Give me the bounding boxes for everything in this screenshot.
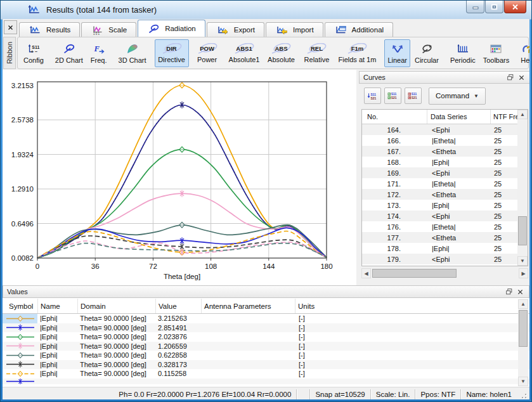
curves-table-row[interactable]: 173.|Ephi|25 (362, 200, 528, 211)
values-col-header[interactable]: Domain (77, 299, 155, 313)
radiation-pattern-chart[interactable]: 036721081441800.00820.64961.29101.93242.… (3, 70, 355, 284)
scroll-up-icon[interactable]: ▲ (518, 299, 528, 309)
x-tick-label: 36 (91, 263, 100, 270)
values-table-row[interactable]: |Ephi|Theta= 90.0000 [deg]1.206559[-] (3, 342, 529, 351)
s11s21-delete-button[interactable]: S11S21 (405, 88, 422, 104)
curves-table-row[interactable]: 178.|Ephi|25 (362, 243, 528, 254)
scroll-left-icon[interactable]: ◀ (361, 268, 371, 278)
units-cell: [-] (295, 323, 529, 333)
ribbon-button-label: Circular (415, 56, 439, 64)
ribbon-button-directive[interactable]: DIRDirective (155, 39, 189, 67)
scroll-right-icon[interactable]: ▶ (519, 268, 528, 278)
domain-cell: Theta= 90.0000 [deg] (77, 360, 155, 370)
curves-table-row[interactable]: 164.<Ephi25 (362, 124, 528, 135)
chart-additional-icon (334, 25, 347, 35)
ribbon-button-circular[interactable]: Circular (412, 39, 442, 67)
curves-table-row[interactable]: 167.<Etheta25 (362, 146, 528, 157)
values-table-row[interactable]: |Ephi|Theta= 90.0000 [deg]2.023876[-] (3, 332, 529, 342)
ribbon-button-linear[interactable]: Linear (384, 39, 410, 67)
name-cell (37, 379, 77, 384)
curves-table-row[interactable]: 169.<Ephi25 (362, 167, 528, 178)
values-table-row[interactable]: |Ephi|Theta= 90.0000 [deg]3.215263[-] (3, 314, 529, 323)
ribbon-button-absolute1[interactable]: ABS1Absolute1 (226, 39, 263, 67)
tab-label: Additional (352, 26, 384, 34)
float-panel-button[interactable] (504, 287, 514, 296)
s11s21-check-button[interactable]: S11S21 (384, 88, 401, 104)
curves-table[interactable]: No.Data SeriesNTF Fre 164.<Ephi25166.|Et… (361, 109, 528, 266)
curves-table-row[interactable]: 179.<Ephi25 (362, 254, 528, 264)
values-col-header[interactable]: Symbol (3, 299, 37, 313)
ribbon-button-periodic[interactable]: Periodic (447, 39, 479, 67)
ribbon-button-3d-chart[interactable]: 3D Chart (115, 39, 150, 67)
curves-vscrollbar[interactable]: ▲ ▼ (517, 110, 528, 266)
minimize-button[interactable] (466, 1, 484, 13)
ribbon-close-button[interactable] (4, 20, 17, 34)
rel-badge-icon: REL (302, 43, 330, 55)
float-panel-button[interactable] (505, 73, 515, 82)
s11s21-insert-button[interactable]: S11S21 (364, 88, 381, 104)
curves-table-row[interactable]: 168.|Ephi|25 (362, 157, 528, 167)
ribbon-button-freq[interactable]: FFreq. (88, 39, 110, 67)
titlebar[interactable]: Results (total 144 from tasker) (1, 1, 531, 20)
svg-text:1 0 1: 1 0 1 (93, 32, 100, 35)
scroll-down-icon[interactable]: ▼ (518, 377, 528, 386)
values-table-row[interactable] (3, 379, 529, 384)
ribbon-button-relative[interactable]: RELRelative (299, 39, 334, 67)
values-table-row[interactable]: |Ephi|Theta= 90.0000 [deg]0.328173[-] (3, 360, 529, 370)
status-segment-4: Ppos: NTF (415, 389, 460, 399)
x-tick-label: 180 (320, 263, 332, 270)
values-panel-titlebar[interactable]: Values (3, 285, 529, 298)
values-table[interactable]: SymbolNameDomainValueAntenna ParametersU… (3, 299, 529, 387)
ribbon-button-2d-chart[interactable]: 2D Chart (52, 39, 86, 67)
curves-table-row[interactable]: 166.|Etheta|25 (362, 135, 528, 146)
ribbon-button-fields-at-1m[interactable]: F1mFields at 1m (335, 39, 379, 67)
tab-results[interactable]: Results (19, 22, 80, 37)
curves-table-row[interactable]: 177.<Etheta25 (362, 232, 528, 243)
curves-table-row[interactable]: 171.|Etheta|25 (362, 178, 528, 189)
domain-cell: Theta= 90.0000 [deg] (77, 351, 155, 360)
close-button[interactable] (504, 1, 526, 13)
close-panel-button[interactable] (516, 287, 525, 296)
scroll-thumb[interactable] (518, 216, 527, 245)
curves-hscrollbar[interactable]: ◀ ▶ (361, 268, 528, 278)
tab-import[interactable]: Import (266, 22, 323, 37)
tab-export[interactable]: Export (207, 22, 264, 37)
scroll-thumb[interactable] (372, 269, 457, 278)
values-table-row[interactable]: |Ephi|Theta= 90.0000 [deg]0.622858[-] (3, 351, 529, 360)
values-table-row[interactable]: |Ephi|Theta= 90.0000 [deg]2.851491[-] (3, 323, 529, 333)
values-col-header[interactable]: Units (295, 299, 529, 313)
curves-table-row[interactable]: 176.|Etheta|25 (362, 221, 528, 232)
ribbon-button-help[interactable]: ?Help (517, 39, 529, 67)
ribbon-side-tab[interactable]: Ribbon (3, 37, 16, 69)
values-col-header[interactable]: Value (155, 299, 201, 313)
curves-col-header[interactable]: Data Series (427, 110, 491, 124)
chart-area[interactable]: 036721081441800.00820.64961.29101.93242.… (3, 70, 356, 285)
name-cell: |Ephi| (37, 342, 77, 351)
chart-scale-icon: 1 0 1 (91, 25, 104, 35)
ribbon-button-toolbars[interactable]: Toolbars (480, 39, 513, 67)
values-table-row[interactable]: |Ephi|Theta= 90.0000 [deg]0.115258[-] (3, 369, 529, 379)
symbol-cell (3, 314, 37, 323)
tab-radiation[interactable]: Radiation (138, 20, 205, 37)
curves-table-row[interactable]: 172.<Etheta25 (362, 189, 528, 200)
ribbon-button-absolute[interactable]: ABSAbsolute (264, 39, 298, 67)
curves-panel-titlebar[interactable]: Curves (359, 71, 529, 84)
tab-scale[interactable]: 1 0 1Scale (81, 22, 136, 37)
close-panel-button[interactable] (517, 73, 526, 82)
tab-additional[interactable]: Additional (325, 22, 394, 37)
ribbon-button-label: 3D Chart (119, 56, 146, 64)
scroll-thumb[interactable] (519, 310, 528, 347)
command-dropdown[interactable]: Command▼ (429, 88, 486, 105)
ribbon-button-config[interactable]: S11+ −Config (20, 39, 47, 67)
restore-button[interactable] (485, 1, 503, 13)
values-vscrollbar[interactable]: ▲ ▼ (518, 299, 528, 386)
scroll-down-icon[interactable]: ▼ (517, 256, 528, 266)
scroll-up-icon[interactable]: ▲ (517, 110, 528, 119)
values-panel-title: Values (7, 288, 502, 295)
ribbon-button-power[interactable]: POWPower (190, 39, 224, 67)
curves-col-header[interactable]: No. (362, 110, 427, 124)
values-col-header[interactable]: Antenna Parameters (201, 299, 295, 313)
curves-table-row[interactable]: 174.<Ephi25 (362, 211, 528, 221)
values-col-header[interactable]: Name (37, 299, 77, 313)
resize-grip[interactable] (517, 389, 528, 399)
